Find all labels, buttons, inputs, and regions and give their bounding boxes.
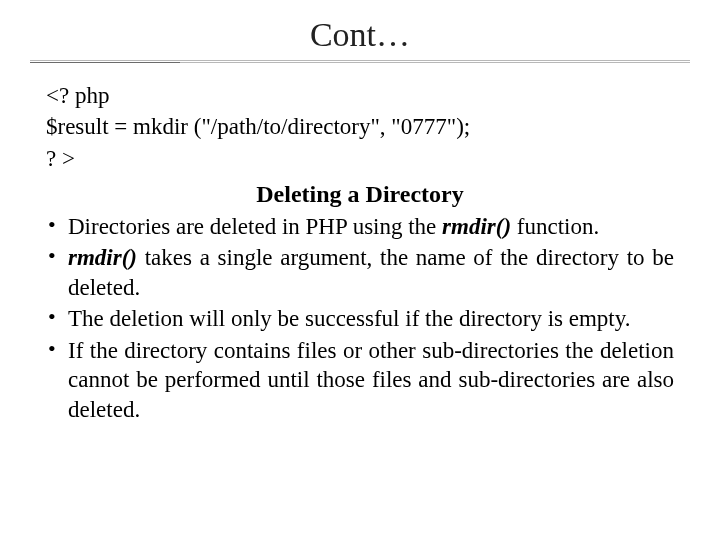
list-item: The deletion will only be successful if …	[46, 304, 674, 333]
slide: Cont… <? php $result = mkdir ("/path/to/…	[0, 0, 720, 540]
slide-body: <? php $result = mkdir ("/path/to/direct…	[0, 63, 720, 424]
slide-title: Cont…	[0, 16, 720, 54]
title-area: Cont…	[0, 0, 720, 63]
bullet-text: Directories are deleted in PHP using the	[68, 214, 442, 239]
title-divider	[30, 60, 690, 63]
bullet-text: If the directory contains files or other…	[68, 338, 674, 422]
bullet-func: rmdir()	[442, 214, 511, 239]
bullet-list: Directories are deleted in PHP using the…	[46, 212, 674, 424]
bullet-text: takes a single argument, the name of the…	[68, 245, 674, 299]
list-item: Directories are deleted in PHP using the…	[46, 212, 674, 241]
bullet-func: rmdir()	[68, 245, 137, 270]
bullet-text: The deletion will only be successful if …	[68, 306, 631, 331]
code-line-2: $result = mkdir ("/path/to/directory", "…	[46, 112, 674, 141]
list-item: If the directory contains files or other…	[46, 336, 674, 424]
code-line-3: ? >	[46, 144, 674, 173]
subheading: Deleting a Directory	[46, 179, 674, 210]
bullet-text: function.	[511, 214, 599, 239]
list-item: rmdir() takes a single argument, the nam…	[46, 243, 674, 302]
code-line-1: <? php	[46, 81, 674, 110]
